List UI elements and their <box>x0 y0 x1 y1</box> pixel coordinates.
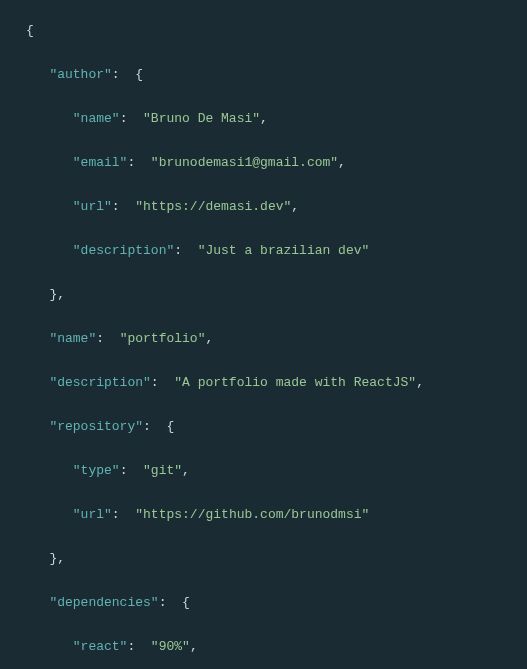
json-code-block: { "author": { "name": "Bruno De Masi", "… <box>0 0 527 669</box>
author-description: "Just a brazilian dev" <box>198 243 370 258</box>
repo-type: "git" <box>143 463 182 478</box>
dep-react: "90%" <box>151 639 190 654</box>
author-email: "brunodemasi1@gmail.com" <box>151 155 338 170</box>
pkg-description: "A portfolio made with ReactJS" <box>174 375 416 390</box>
author-url: "https://demasi.dev" <box>135 199 291 214</box>
author-name: "Bruno De Masi" <box>143 111 260 126</box>
pkg-name: "portfolio" <box>120 331 206 346</box>
repo-url: "https://github.com/brunodmsi" <box>135 507 369 522</box>
